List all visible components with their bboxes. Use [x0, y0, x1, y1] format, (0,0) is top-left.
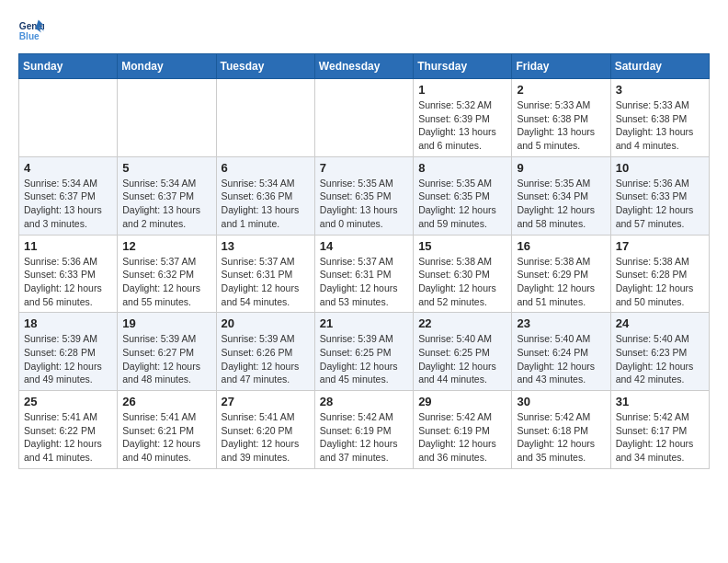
day-info: Sunrise: 5:35 AM Sunset: 6:34 PM Dayligh…	[517, 177, 605, 231]
day-number: 20	[222, 316, 310, 330]
col-header-friday: Friday	[512, 54, 610, 79]
day-number: 5	[122, 161, 210, 175]
day-number: 29	[418, 395, 506, 408]
col-header-wednesday: Wednesday	[314, 54, 413, 79]
calendar-cell: 31Sunrise: 5:42 AM Sunset: 6:17 PM Dayli…	[610, 391, 709, 469]
day-number: 3	[616, 83, 704, 97]
calendar-cell: 7Sunrise: 5:35 AM Sunset: 6:35 PM Daylig…	[314, 156, 413, 235]
day-info: Sunrise: 5:36 AM Sunset: 6:33 PM Dayligh…	[24, 255, 112, 309]
day-info: Sunrise: 5:38 AM Sunset: 6:29 PM Dayligh…	[517, 255, 605, 309]
calendar-cell: 29Sunrise: 5:42 AM Sunset: 6:19 PM Dayli…	[414, 391, 512, 469]
day-info: Sunrise: 5:38 AM Sunset: 6:30 PM Dayligh…	[418, 255, 506, 309]
calendar-table: SundayMondayTuesdayWednesdayThursdayFrid…	[18, 53, 710, 469]
day-info: Sunrise: 5:35 AM Sunset: 6:35 PM Dayligh…	[320, 177, 408, 231]
day-info: Sunrise: 5:40 AM Sunset: 6:24 PM Dayligh…	[517, 332, 605, 386]
col-header-sunday: Sunday	[19, 54, 118, 79]
day-number: 8	[418, 161, 506, 175]
day-info: Sunrise: 5:39 AM Sunset: 6:26 PM Dayligh…	[222, 332, 310, 386]
calendar-week-row: 1Sunrise: 5:32 AM Sunset: 6:39 PM Daylig…	[19, 79, 710, 157]
day-info: Sunrise: 5:38 AM Sunset: 6:28 PM Dayligh…	[616, 255, 704, 309]
day-number: 16	[517, 239, 605, 253]
calendar-cell	[216, 79, 314, 157]
day-info: Sunrise: 5:41 AM Sunset: 6:20 PM Dayligh…	[222, 410, 310, 465]
day-info: Sunrise: 5:39 AM Sunset: 6:28 PM Dayligh…	[24, 332, 112, 386]
day-info: Sunrise: 5:36 AM Sunset: 6:33 PM Dayligh…	[616, 177, 704, 231]
day-info: Sunrise: 5:41 AM Sunset: 6:21 PM Dayligh…	[122, 410, 210, 465]
day-info: Sunrise: 5:32 AM Sunset: 6:39 PM Dayligh…	[418, 98, 506, 153]
day-number: 19	[122, 316, 210, 330]
day-number: 4	[24, 161, 112, 175]
calendar-cell: 14Sunrise: 5:37 AM Sunset: 6:31 PM Dayli…	[314, 235, 413, 313]
day-number: 31	[616, 395, 704, 408]
day-info: Sunrise: 5:40 AM Sunset: 6:25 PM Dayligh…	[418, 332, 506, 386]
day-number: 10	[616, 161, 704, 175]
calendar-cell	[314, 79, 413, 157]
calendar-header-row: SundayMondayTuesdayWednesdayThursdayFrid…	[19, 54, 710, 79]
day-number: 15	[418, 239, 506, 253]
calendar-cell: 5Sunrise: 5:34 AM Sunset: 6:37 PM Daylig…	[118, 156, 216, 235]
day-info: Sunrise: 5:42 AM Sunset: 6:18 PM Dayligh…	[517, 410, 605, 465]
calendar-week-row: 25Sunrise: 5:41 AM Sunset: 6:22 PM Dayli…	[19, 391, 710, 469]
calendar-cell: 9Sunrise: 5:35 AM Sunset: 6:34 PM Daylig…	[512, 156, 610, 235]
calendar-cell	[118, 79, 216, 157]
calendar-cell: 3Sunrise: 5:33 AM Sunset: 6:38 PM Daylig…	[610, 79, 709, 157]
calendar-cell: 25Sunrise: 5:41 AM Sunset: 6:22 PM Dayli…	[19, 391, 118, 469]
calendar-week-row: 4Sunrise: 5:34 AM Sunset: 6:37 PM Daylig…	[19, 156, 710, 235]
day-info: Sunrise: 5:37 AM Sunset: 6:31 PM Dayligh…	[320, 255, 408, 309]
calendar-cell: 11Sunrise: 5:36 AM Sunset: 6:33 PM Dayli…	[19, 235, 118, 313]
day-number: 12	[122, 239, 210, 253]
day-number: 27	[222, 395, 310, 408]
col-header-thursday: Thursday	[414, 54, 512, 79]
day-number: 23	[517, 316, 605, 330]
day-info: Sunrise: 5:42 AM Sunset: 6:19 PM Dayligh…	[418, 410, 506, 465]
day-number: 22	[418, 316, 506, 330]
calendar-cell: 8Sunrise: 5:35 AM Sunset: 6:35 PM Daylig…	[414, 156, 512, 235]
day-number: 14	[320, 239, 408, 253]
calendar-cell: 18Sunrise: 5:39 AM Sunset: 6:28 PM Dayli…	[19, 313, 118, 391]
calendar-cell: 15Sunrise: 5:38 AM Sunset: 6:30 PM Dayli…	[414, 235, 512, 313]
logo: General Blue	[18, 18, 48, 44]
calendar-cell: 19Sunrise: 5:39 AM Sunset: 6:27 PM Dayli…	[118, 313, 216, 391]
calendar-cell: 24Sunrise: 5:40 AM Sunset: 6:23 PM Dayli…	[610, 313, 709, 391]
calendar-cell: 2Sunrise: 5:33 AM Sunset: 6:38 PM Daylig…	[512, 79, 610, 157]
calendar-cell: 30Sunrise: 5:42 AM Sunset: 6:18 PM Dayli…	[512, 391, 610, 469]
day-info: Sunrise: 5:41 AM Sunset: 6:22 PM Dayligh…	[24, 410, 112, 465]
calendar-cell: 20Sunrise: 5:39 AM Sunset: 6:26 PM Dayli…	[216, 313, 314, 391]
day-number: 6	[222, 161, 310, 175]
day-info: Sunrise: 5:34 AM Sunset: 6:37 PM Dayligh…	[24, 177, 112, 231]
day-number: 18	[24, 316, 112, 330]
calendar-cell: 17Sunrise: 5:38 AM Sunset: 6:28 PM Dayli…	[610, 235, 709, 313]
day-number: 2	[517, 83, 605, 97]
day-number: 17	[616, 239, 704, 253]
calendar-cell: 6Sunrise: 5:34 AM Sunset: 6:36 PM Daylig…	[216, 156, 314, 235]
calendar-cell: 27Sunrise: 5:41 AM Sunset: 6:20 PM Dayli…	[216, 391, 314, 469]
calendar-week-row: 18Sunrise: 5:39 AM Sunset: 6:28 PM Dayli…	[19, 313, 710, 391]
day-info: Sunrise: 5:42 AM Sunset: 6:17 PM Dayligh…	[616, 410, 704, 465]
day-number: 25	[24, 395, 112, 408]
calendar-cell: 16Sunrise: 5:38 AM Sunset: 6:29 PM Dayli…	[512, 235, 610, 313]
calendar-cell: 13Sunrise: 5:37 AM Sunset: 6:31 PM Dayli…	[216, 235, 314, 313]
calendar-cell: 21Sunrise: 5:39 AM Sunset: 6:25 PM Dayli…	[314, 313, 413, 391]
page-header: General Blue	[18, 18, 710, 44]
logo-icon: General Blue	[18, 18, 44, 44]
day-info: Sunrise: 5:33 AM Sunset: 6:38 PM Dayligh…	[616, 98, 704, 153]
day-info: Sunrise: 5:37 AM Sunset: 6:32 PM Dayligh…	[122, 255, 210, 309]
col-header-monday: Monday	[118, 54, 216, 79]
calendar-cell: 22Sunrise: 5:40 AM Sunset: 6:25 PM Dayli…	[414, 313, 512, 391]
day-info: Sunrise: 5:37 AM Sunset: 6:31 PM Dayligh…	[222, 255, 310, 309]
calendar-cell	[19, 79, 118, 157]
calendar-week-row: 11Sunrise: 5:36 AM Sunset: 6:33 PM Dayli…	[19, 235, 710, 313]
day-info: Sunrise: 5:34 AM Sunset: 6:37 PM Dayligh…	[122, 177, 210, 231]
col-header-saturday: Saturday	[610, 54, 709, 79]
calendar-cell: 12Sunrise: 5:37 AM Sunset: 6:32 PM Dayli…	[118, 235, 216, 313]
day-info: Sunrise: 5:40 AM Sunset: 6:23 PM Dayligh…	[616, 332, 704, 386]
day-number: 9	[517, 161, 605, 175]
day-number: 30	[517, 395, 605, 408]
day-number: 7	[320, 161, 408, 175]
calendar-cell: 4Sunrise: 5:34 AM Sunset: 6:37 PM Daylig…	[19, 156, 118, 235]
day-info: Sunrise: 5:33 AM Sunset: 6:38 PM Dayligh…	[517, 98, 605, 153]
day-info: Sunrise: 5:39 AM Sunset: 6:25 PM Dayligh…	[320, 332, 408, 386]
svg-text:Blue: Blue	[19, 31, 40, 41]
calendar-cell: 1Sunrise: 5:32 AM Sunset: 6:39 PM Daylig…	[414, 79, 512, 157]
calendar-cell: 10Sunrise: 5:36 AM Sunset: 6:33 PM Dayli…	[610, 156, 709, 235]
